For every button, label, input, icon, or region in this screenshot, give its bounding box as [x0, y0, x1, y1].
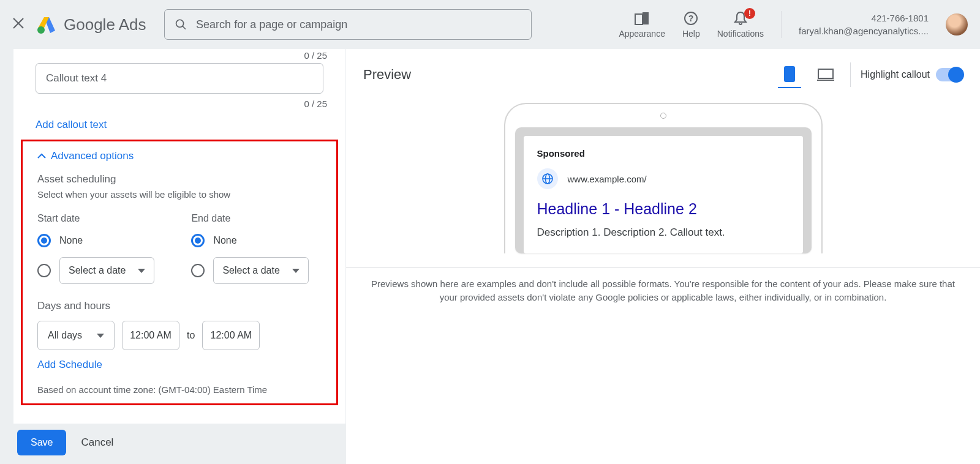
ad-url: www.example.com/: [568, 174, 647, 184]
start-date-group: Start date None Select a date: [37, 213, 154, 284]
cancel-button[interactable]: Cancel: [81, 436, 113, 449]
time-to-select[interactable]: 12:00 AM: [202, 321, 260, 350]
add-callout-link[interactable]: Add callout text: [21, 111, 338, 140]
app-header: Google Ads Appearance ? Help ! Notificat…: [0, 0, 980, 49]
end-date-label: End date: [191, 213, 308, 224]
ad-headline: Headline 1 - Headline 2: [537, 200, 790, 218]
svg-rect-5: [635, 14, 643, 24]
ad-preview-card: Sponsored www.example.com/ Headline 1 - …: [524, 136, 803, 253]
to-label: to: [187, 330, 195, 341]
svg-point-2: [37, 26, 45, 34]
preview-panel: Preview Highlight callout Sponsored: [345, 49, 980, 464]
avatar[interactable]: [946, 13, 968, 36]
account-phone: 421-766-1801: [799, 12, 929, 24]
svg-rect-6: [643, 12, 649, 24]
days-hours-label: Days and hours: [37, 300, 322, 312]
search-input[interactable]: [196, 18, 521, 31]
highlight-callout-label: Highlight callout: [861, 69, 930, 80]
divider: [781, 11, 782, 38]
start-date-label: Start date: [37, 213, 154, 224]
appearance-icon: [635, 10, 649, 26]
callout-text-4-input[interactable]: Callout text 4: [36, 63, 323, 94]
globe-icon: [537, 168, 558, 189]
divider: [850, 62, 851, 87]
preview-title: Preview: [363, 67, 411, 83]
end-date-select-radio[interactable]: [191, 264, 205, 277]
asset-scheduling-subtitle: Select when your assets will be eligible…: [37, 189, 322, 200]
end-date-none-radio[interactable]: [191, 234, 205, 247]
asset-scheduling-title: Asset scheduling: [37, 173, 322, 185]
svg-point-3: [176, 20, 184, 27]
chevron-up-icon: [37, 153, 46, 159]
chevron-down-icon: [138, 269, 145, 273]
start-date-picker[interactable]: Select a date: [59, 257, 154, 284]
end-date-picker[interactable]: Select a date: [213, 257, 308, 284]
highlight-callout-toggle[interactable]: [936, 68, 963, 81]
start-date-select-radio[interactable]: [37, 264, 51, 277]
phone-camera-icon: [660, 113, 666, 119]
start-date-none-radio[interactable]: [37, 234, 51, 247]
notification-badge: !: [744, 8, 755, 19]
preview-disclaimer: Previews shown here are examples and don…: [346, 267, 980, 314]
mobile-preview-button[interactable]: [778, 61, 801, 88]
close-icon[interactable]: [12, 16, 24, 33]
chevron-down-icon: [97, 334, 104, 338]
chevron-down-icon: [292, 269, 300, 273]
days-select[interactable]: All days: [37, 321, 115, 350]
end-date-group: End date None Select a date: [191, 213, 308, 284]
logo-text: Google Ads: [64, 15, 146, 34]
svg-rect-11: [818, 69, 833, 78]
advanced-options-toggle[interactable]: Advanced options: [37, 150, 322, 162]
timezone-note: Based on account time zone: (GMT-04:00) …: [37, 384, 322, 395]
sponsored-label: Sponsored: [537, 148, 790, 159]
char-count: 0 / 25: [21, 50, 338, 63]
save-button[interactable]: Save: [17, 430, 66, 455]
svg-line-4: [183, 26, 186, 29]
form-panel: 0 / 25 Callout text 4 0 / 25 Add callout…: [13, 49, 345, 464]
appearance-button[interactable]: Appearance: [619, 10, 665, 39]
char-count: 0 / 25: [21, 99, 338, 111]
desktop-preview-button[interactable]: [811, 63, 840, 86]
account-email: faryal.khan@agencyanalytics....: [799, 24, 929, 37]
help-button[interactable]: ? Help: [682, 10, 700, 39]
help-icon: ?: [684, 10, 698, 26]
ad-description: Description 1. Description 2. Callout te…: [537, 226, 790, 239]
google-ads-logo: Google Ads: [37, 15, 146, 34]
svg-text:?: ?: [688, 13, 694, 23]
search-box[interactable]: [164, 9, 532, 40]
add-schedule-link[interactable]: Add Schedule: [37, 359, 322, 371]
phone-frame: Sponsored www.example.com/ Headline 1 - …: [504, 103, 823, 253]
time-from-select[interactable]: 12:00 AM: [122, 321, 179, 350]
notifications-button[interactable]: ! Notifications: [717, 10, 764, 39]
advanced-options-section: Advanced options Asset scheduling Select…: [21, 140, 338, 405]
footer: Save Cancel: [13, 424, 345, 464]
account-info: 421-766-1801 faryal.khan@agencyanalytics…: [799, 12, 929, 37]
